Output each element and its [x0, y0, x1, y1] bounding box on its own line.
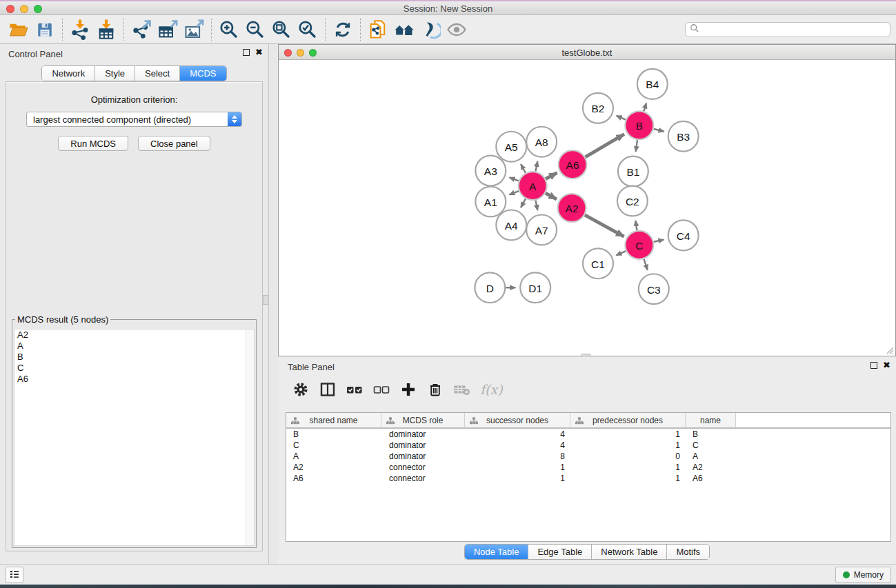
graph-node-A7[interactable]: A7: [526, 214, 557, 245]
mcds-result-item[interactable]: B: [14, 352, 254, 363]
table-cell[interactable]: 4: [465, 440, 570, 451]
graph-edge-C-C1[interactable]: [616, 251, 626, 255]
graph-edge-C-C3[interactable]: [644, 259, 648, 270]
zoom-fit-button[interactable]: [268, 18, 295, 41]
float-table-panel-icon[interactable]: [870, 362, 877, 369]
table-cell[interactable]: dominator: [381, 429, 465, 440]
graph-node-A2[interactable]: A2: [558, 194, 586, 222]
table-settings-button[interactable]: [290, 379, 311, 400]
table-cell[interactable]: 8: [465, 451, 570, 462]
open-file-button[interactable]: [6, 18, 32, 41]
table-cell[interactable]: A6: [686, 473, 736, 484]
graph-edge-C-C2[interactable]: [635, 221, 637, 230]
graph-edge-A2-C[interactable]: [585, 215, 624, 236]
graph-node-C2[interactable]: C2: [617, 186, 648, 216]
function-builder-button[interactable]: f(x): [479, 382, 503, 397]
import-table-button[interactable]: [93, 18, 119, 41]
table-cell[interactable]: B: [686, 429, 736, 440]
float-panel-icon[interactable]: [243, 49, 250, 56]
birds-eye-view-button[interactable]: [444, 18, 470, 41]
unselect-all-button[interactable]: [371, 379, 392, 400]
close-table-panel-icon[interactable]: ✖: [883, 362, 890, 369]
graph-node-A1[interactable]: A1: [475, 187, 506, 217]
table-cell[interactable]: B: [286, 429, 381, 440]
column-header-shared-name[interactable]: shared name: [286, 413, 381, 429]
graph-node-A6[interactable]: A6: [559, 150, 587, 179]
import-network-button[interactable]: [67, 18, 93, 41]
table-cell[interactable]: A2: [286, 462, 381, 473]
table-cell[interactable]: 1: [570, 440, 686, 451]
graph-edge-A-A8[interactable]: [535, 161, 537, 171]
table-row[interactable]: Adominator80A: [286, 451, 890, 462]
table-cell[interactable]: A: [686, 451, 736, 462]
tab-motifs[interactable]: Motifs: [667, 545, 709, 559]
west-panel-grip[interactable]: [263, 295, 269, 305]
tab-style[interactable]: Style: [95, 66, 135, 81]
table-cell[interactable]: A2: [686, 462, 736, 473]
result-scrollbar[interactable]: [246, 330, 254, 545]
graph-node-A4[interactable]: A4: [496, 210, 526, 240]
graph-node-C[interactable]: C: [625, 231, 653, 259]
table-cell[interactable]: 4: [465, 429, 570, 440]
graph-edge-B-B4[interactable]: [644, 103, 646, 112]
table-cell[interactable]: A6: [286, 473, 381, 484]
graph-edge-A-A3[interactable]: [510, 177, 519, 181]
clone-network-button[interactable]: [365, 18, 391, 41]
table-cell[interactable]: 1: [570, 429, 686, 440]
mcds-result-item[interactable]: C: [14, 363, 254, 374]
graph-edge-A-A7[interactable]: [535, 201, 537, 210]
export-network-button[interactable]: [128, 18, 155, 41]
tab-node-table[interactable]: Node Table: [465, 545, 529, 559]
close-panel-button[interactable]: Close panel: [138, 136, 210, 151]
graph-node-A[interactable]: A: [519, 172, 547, 200]
task-history-button[interactable]: [6, 567, 23, 583]
mcds-result-item[interactable]: A: [14, 341, 254, 352]
refresh-button[interactable]: [330, 18, 356, 41]
graph-node-A3[interactable]: A3: [475, 156, 506, 186]
zoom-in-button[interactable]: [216, 18, 242, 41]
graph-node-A8[interactable]: A8: [526, 127, 557, 157]
table-row[interactable]: A6connector11A6: [286, 473, 890, 484]
graph-node-B3[interactable]: B3: [668, 121, 699, 152]
graphics-details-button[interactable]: [417, 18, 444, 41]
delete-columns-button[interactable]: [425, 379, 446, 400]
table-cell[interactable]: 0: [570, 451, 686, 462]
zoom-selected-button[interactable]: [295, 18, 321, 41]
memory-button[interactable]: Memory: [835, 567, 891, 583]
table-cell[interactable]: A: [286, 451, 381, 462]
close-panel-icon[interactable]: ✖: [255, 49, 263, 56]
network-canvas[interactable]: AA1A3A4A5A7A8A6A2BB1B2B3B4CC1C2C3C4DD1: [279, 60, 895, 356]
show-columns-button[interactable]: [317, 379, 338, 400]
table-row[interactable]: A2connector11A2: [286, 462, 890, 473]
graph-edge-A-A5[interactable]: [521, 164, 526, 173]
column-header-name[interactable]: name: [686, 413, 736, 429]
export-image-button[interactable]: [181, 18, 207, 41]
add-column-button[interactable]: [398, 379, 419, 400]
tab-network-table[interactable]: Network Table: [592, 545, 667, 559]
graph-edge-A-A1[interactable]: [509, 191, 519, 194]
mcds-result-item[interactable]: A2: [14, 330, 254, 341]
tab-edge-table[interactable]: Edge Table: [528, 545, 592, 559]
table-cell[interactable]: dominator: [381, 451, 465, 462]
column-header-predecessor-nodes[interactable]: predecessor nodes: [570, 413, 686, 429]
graph-node-B[interactable]: B: [625, 111, 653, 139]
table-cell[interactable]: 1: [465, 473, 570, 484]
table-row[interactable]: Bdominator41B: [286, 429, 890, 440]
criterion-select[interactable]: largest connected component (directed): [26, 112, 242, 127]
graph-node-C4[interactable]: C4: [668, 220, 699, 250]
graph-node-B2[interactable]: B2: [583, 93, 613, 123]
delete-table-button[interactable]: [452, 379, 472, 400]
home-button[interactable]: [391, 18, 417, 41]
graph-edge-A-A2[interactable]: [546, 193, 557, 199]
graph-node-B4[interactable]: B4: [637, 69, 668, 99]
tab-mcds[interactable]: MCDS: [180, 66, 226, 81]
graph-edge-A6-B[interactable]: [586, 134, 624, 157]
table-row[interactable]: Cdominator41C: [286, 440, 890, 451]
column-header-successor-nodes[interactable]: successor nodes: [465, 413, 570, 429]
table-cell[interactable]: connector: [381, 473, 465, 484]
table-cell[interactable]: 1: [570, 473, 686, 484]
graph-edge-B-B3[interactable]: [654, 129, 664, 132]
graph-node-B1[interactable]: B1: [618, 156, 648, 187]
graph-edge-C-C4[interactable]: [654, 240, 664, 242]
tab-network[interactable]: Network: [42, 66, 95, 81]
